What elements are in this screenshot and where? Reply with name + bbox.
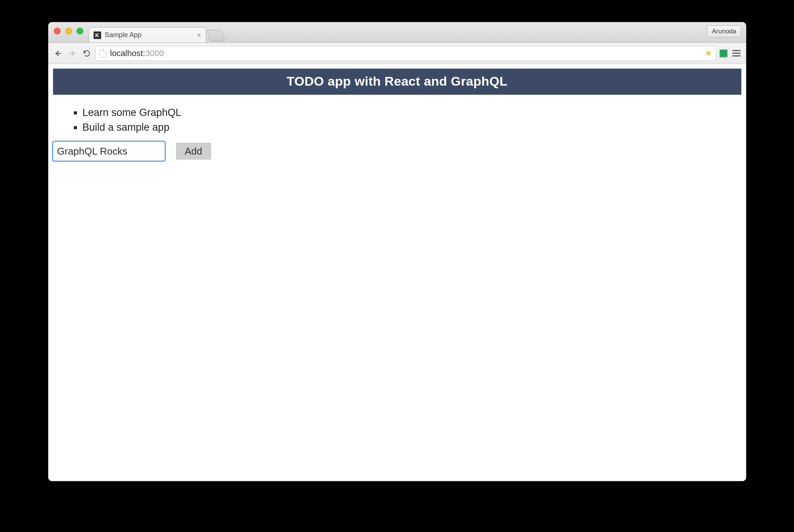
url-rest: 3000 <box>145 49 164 58</box>
tab-title: Sample App <box>105 31 142 39</box>
profile-name: Arunoda <box>712 28 736 35</box>
extension-icon[interactable] <box>719 49 728 58</box>
tabstrip: K Sample App × <box>89 22 224 42</box>
window-controls <box>54 28 83 34</box>
app-header: TODO app with React and GraphQL <box>53 69 741 95</box>
tab-favicon-icon: K <box>94 31 101 39</box>
browser-tab[interactable]: K Sample App × <box>89 27 206 42</box>
hamburger-menu-icon[interactable] <box>731 50 742 56</box>
address-bar[interactable]: localhost:3000 ★ <box>95 46 716 61</box>
add-button[interactable]: Add <box>176 143 211 160</box>
arrow-left-icon <box>54 49 62 58</box>
add-todo-row: Add <box>53 142 741 161</box>
reload-button[interactable] <box>81 48 92 59</box>
window-zoom-icon[interactable] <box>77 28 83 34</box>
titlebar: K Sample App × Arunoda <box>48 22 746 43</box>
new-tab-button[interactable] <box>206 30 225 41</box>
window-minimize-icon[interactable] <box>65 28 72 34</box>
todo-list: Learn some GraphQL Build a sample app <box>53 105 741 135</box>
tab-close-icon[interactable]: × <box>197 32 201 39</box>
page-icon <box>100 49 106 58</box>
bookmark-star-icon[interactable]: ★ <box>705 49 712 58</box>
back-button[interactable] <box>52 48 64 59</box>
url-host: localhost: <box>110 49 145 58</box>
list-item: Learn some GraphQL <box>83 105 741 120</box>
list-item: Build a sample app <box>83 120 741 135</box>
forward-button[interactable] <box>67 48 78 59</box>
arrow-right-icon <box>68 49 77 58</box>
todo-input[interactable] <box>53 142 165 161</box>
page-viewport: TODO app with React and GraphQL Learn so… <box>48 64 746 481</box>
browser-window: K Sample App × Arunoda localhost:3000 ★ <box>48 22 746 481</box>
profile-button[interactable]: Arunoda <box>707 25 741 38</box>
window-close-icon[interactable] <box>54 28 61 34</box>
toolbar: localhost:3000 ★ <box>48 43 746 64</box>
reload-icon <box>83 49 91 58</box>
